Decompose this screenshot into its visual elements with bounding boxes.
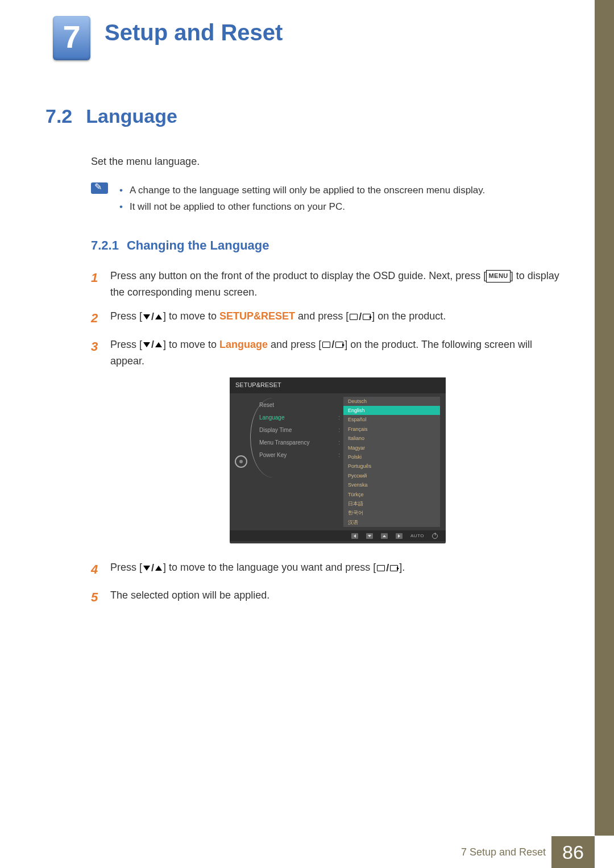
power-icon [432,533,438,539]
osd-lang-option: Svenska [343,480,440,489]
source-enter-icon: / [321,337,345,353]
osd-lang-option: Português [343,462,440,471]
osd-footer: AUTO [230,530,446,541]
osd-lang-option: Italiano [343,434,440,443]
step-1: 1 Press any button on the front of the p… [91,268,569,301]
osd-lang-option: Español [343,415,440,424]
step-text: and press [ [268,339,321,350]
step-body: The selected option will be applied. [110,587,569,607]
step-3: 3 Press [/] to move to Language and pres… [91,337,569,551]
auto-label: AUTO [410,533,424,540]
step-text: ] to move to the language you want and p… [163,562,376,573]
section-title: Language [86,105,177,127]
subsection-number: 7.2.1 [91,238,119,252]
right-arrow-icon [396,533,403,539]
step-number: 4 [91,559,110,579]
side-stripe [595,0,614,836]
step-2: 2 Press [/] to move to SETUP&RESET and p… [91,308,569,328]
step-text: Press [ [110,310,142,322]
osd-screenshot: SETUP&RESET Reset Language Display Time … [230,377,446,543]
osd-menu-item: Menu Transparency [259,437,343,449]
note-item: It will not be applied to other function… [119,199,485,215]
intro-text: Set the menu language. [91,156,569,168]
osd-lang-option: Deutsch [343,397,440,406]
note-block: A change to the language setting will on… [91,182,569,215]
step-text: ] to move to [163,310,219,322]
step-text: ]. [399,562,405,573]
osd-lang-option: 汉语 [343,518,440,527]
osd-menu: Reset Language Display Time Menu Transpa… [252,393,343,530]
osd-lang-option: Русский [343,471,440,480]
step-body: Press [/] to move to the language you wa… [110,559,569,579]
chapter-number-badge: 7 [53,16,90,60]
osd-knob-icon [230,393,252,530]
osd-menu-item: Power Key [259,449,343,462]
step-body: Press [/] to move to SETUP&RESET and pre… [110,308,569,328]
osd-lang-option: 한국어 [343,508,440,517]
step-5: 5 The selected option will be applied. [91,587,569,607]
step-number: 2 [91,308,110,328]
down-up-arrows-icon: / [142,309,163,325]
down-arrow-icon [366,533,373,539]
osd-menu-item: Display Time [259,424,343,437]
osd-menu-item: Reset [259,399,343,412]
step-body: Press any button on the front of the pro… [110,268,569,301]
step-text: and press [ [295,310,349,322]
page-number: 86 [551,836,595,868]
note-item: A change to the language setting will on… [119,182,485,199]
osd-menu-item-selected: Language [259,412,343,424]
step-body: Press [/] to move to Language and press … [110,337,569,551]
menu-button-icon: MENU [486,270,510,283]
osd-lang-option: 日本語 [343,499,440,508]
step-number: 5 [91,587,110,607]
osd-language-list: Deutsch English Español Français Italian… [343,397,440,527]
source-enter-icon: / [376,560,399,576]
down-up-arrows-icon: / [142,337,163,353]
content-area: 7.2Language Set the menu language. A cha… [45,105,569,615]
footer-text: 7 Setup and Reset [461,846,546,858]
osd-lang-option: Français [343,425,440,434]
subsection-title: Changing the Language [127,238,269,252]
page-footer: 7 Setup and Reset 86 [0,836,614,868]
language-label: Language [219,339,268,350]
step-text: ] to move to [163,339,219,350]
setup-reset-label: SETUP&RESET [219,310,295,322]
osd-body: Reset Language Display Time Menu Transpa… [230,393,446,530]
up-arrow-icon [381,533,388,539]
section-heading: 7.2Language [45,105,569,127]
step-4: 4 Press [/] to move to the language you … [91,559,569,579]
step-text: Press [ [110,339,142,350]
source-enter-icon: / [349,309,372,325]
osd-title: SETUP&RESET [230,377,446,393]
osd-lang-option: Magyar [343,443,440,452]
step-number: 1 [91,268,110,301]
osd-lang-option: Polski [343,452,440,462]
step-text: Press any button on the front of the pro… [110,270,486,281]
left-arrow-icon [351,533,358,539]
step-number: 3 [91,337,110,551]
osd-lang-option-selected: English [343,406,440,415]
subsection-heading: 7.2.1Changing the Language [91,238,569,253]
note-icon [91,182,108,194]
step-text: Press [ [110,562,142,573]
steps-list: 1 Press any button on the front of the p… [91,268,569,607]
section-number: 7.2 [45,105,72,127]
note-list: A change to the language setting will on… [119,182,485,215]
down-up-arrows-icon: / [142,560,163,576]
chapter-title: Setup and Reset [105,20,283,45]
osd-lang-option: Türkçe [343,490,440,499]
step-text: ] on the product. [372,310,446,322]
